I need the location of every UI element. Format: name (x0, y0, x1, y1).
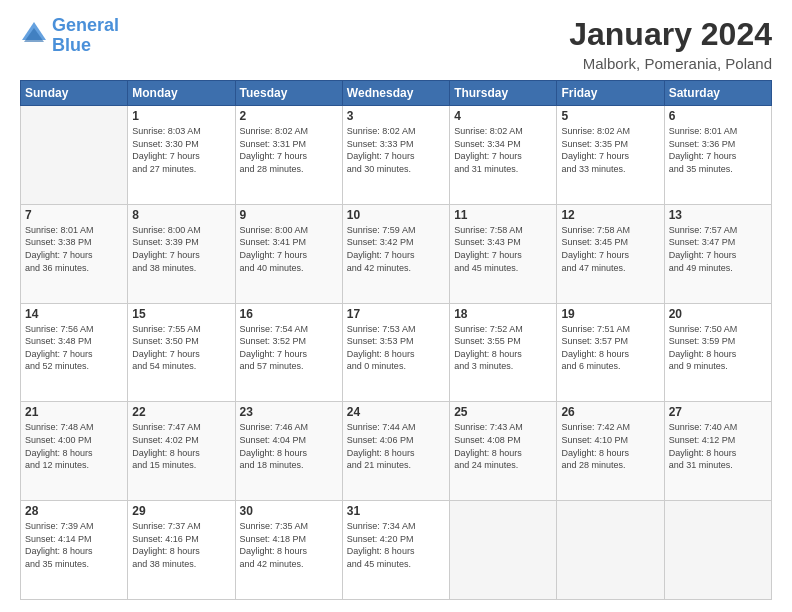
calendar-cell: 19Sunrise: 7:51 AMSunset: 3:57 PMDayligh… (557, 303, 664, 402)
weekday-header-monday: Monday (128, 81, 235, 106)
day-number: 23 (240, 405, 338, 419)
day-number: 5 (561, 109, 659, 123)
day-number: 22 (132, 405, 230, 419)
logo-icon (20, 20, 48, 48)
calendar-week-row: 14Sunrise: 7:56 AMSunset: 3:48 PMDayligh… (21, 303, 772, 402)
calendar-cell: 3Sunrise: 8:02 AMSunset: 3:33 PMDaylight… (342, 106, 449, 205)
day-info: Sunrise: 8:02 AMSunset: 3:34 PMDaylight:… (454, 125, 552, 175)
calendar-cell: 30Sunrise: 7:35 AMSunset: 4:18 PMDayligh… (235, 501, 342, 600)
calendar-cell: 29Sunrise: 7:37 AMSunset: 4:16 PMDayligh… (128, 501, 235, 600)
day-info: Sunrise: 7:58 AMSunset: 3:45 PMDaylight:… (561, 224, 659, 274)
calendar-cell: 16Sunrise: 7:54 AMSunset: 3:52 PMDayligh… (235, 303, 342, 402)
day-info: Sunrise: 8:02 AMSunset: 3:31 PMDaylight:… (240, 125, 338, 175)
day-number: 18 (454, 307, 552, 321)
day-number: 24 (347, 405, 445, 419)
day-number: 27 (669, 405, 767, 419)
subtitle: Malbork, Pomerania, Poland (569, 55, 772, 72)
day-number: 14 (25, 307, 123, 321)
page: General Blue January 2024 Malbork, Pomer… (0, 0, 792, 612)
day-info: Sunrise: 7:59 AMSunset: 3:42 PMDaylight:… (347, 224, 445, 274)
main-title: January 2024 (569, 16, 772, 53)
day-info: Sunrise: 7:57 AMSunset: 3:47 PMDaylight:… (669, 224, 767, 274)
weekday-header-wednesday: Wednesday (342, 81, 449, 106)
calendar-cell: 7Sunrise: 8:01 AMSunset: 3:38 PMDaylight… (21, 204, 128, 303)
calendar-cell: 11Sunrise: 7:58 AMSunset: 3:43 PMDayligh… (450, 204, 557, 303)
calendar-cell: 13Sunrise: 7:57 AMSunset: 3:47 PMDayligh… (664, 204, 771, 303)
weekday-header-tuesday: Tuesday (235, 81, 342, 106)
calendar-cell: 2Sunrise: 8:02 AMSunset: 3:31 PMDaylight… (235, 106, 342, 205)
day-info: Sunrise: 7:40 AMSunset: 4:12 PMDaylight:… (669, 421, 767, 471)
day-number: 17 (347, 307, 445, 321)
day-info: Sunrise: 7:37 AMSunset: 4:16 PMDaylight:… (132, 520, 230, 570)
calendar-header-row: SundayMondayTuesdayWednesdayThursdayFrid… (21, 81, 772, 106)
day-number: 7 (25, 208, 123, 222)
day-number: 25 (454, 405, 552, 419)
calendar-cell: 10Sunrise: 7:59 AMSunset: 3:42 PMDayligh… (342, 204, 449, 303)
day-info: Sunrise: 8:00 AMSunset: 3:39 PMDaylight:… (132, 224, 230, 274)
calendar-cell: 12Sunrise: 7:58 AMSunset: 3:45 PMDayligh… (557, 204, 664, 303)
calendar-week-row: 7Sunrise: 8:01 AMSunset: 3:38 PMDaylight… (21, 204, 772, 303)
calendar-cell: 28Sunrise: 7:39 AMSunset: 4:14 PMDayligh… (21, 501, 128, 600)
calendar-cell (664, 501, 771, 600)
day-info: Sunrise: 7:39 AMSunset: 4:14 PMDaylight:… (25, 520, 123, 570)
calendar-cell: 4Sunrise: 8:02 AMSunset: 3:34 PMDaylight… (450, 106, 557, 205)
day-number: 29 (132, 504, 230, 518)
calendar-cell (21, 106, 128, 205)
day-info: Sunrise: 7:52 AMSunset: 3:55 PMDaylight:… (454, 323, 552, 373)
day-info: Sunrise: 7:48 AMSunset: 4:00 PMDaylight:… (25, 421, 123, 471)
day-number: 30 (240, 504, 338, 518)
calendar-cell: 25Sunrise: 7:43 AMSunset: 4:08 PMDayligh… (450, 402, 557, 501)
day-info: Sunrise: 7:34 AMSunset: 4:20 PMDaylight:… (347, 520, 445, 570)
calendar-week-row: 21Sunrise: 7:48 AMSunset: 4:00 PMDayligh… (21, 402, 772, 501)
calendar-cell: 18Sunrise: 7:52 AMSunset: 3:55 PMDayligh… (450, 303, 557, 402)
calendar-cell: 6Sunrise: 8:01 AMSunset: 3:36 PMDaylight… (664, 106, 771, 205)
day-number: 13 (669, 208, 767, 222)
weekday-header-thursday: Thursday (450, 81, 557, 106)
calendar-cell: 5Sunrise: 8:02 AMSunset: 3:35 PMDaylight… (557, 106, 664, 205)
day-info: Sunrise: 7:56 AMSunset: 3:48 PMDaylight:… (25, 323, 123, 373)
calendar-week-row: 28Sunrise: 7:39 AMSunset: 4:14 PMDayligh… (21, 501, 772, 600)
day-number: 3 (347, 109, 445, 123)
day-info: Sunrise: 7:42 AMSunset: 4:10 PMDaylight:… (561, 421, 659, 471)
calendar-cell (450, 501, 557, 600)
day-number: 31 (347, 504, 445, 518)
calendar-cell: 24Sunrise: 7:44 AMSunset: 4:06 PMDayligh… (342, 402, 449, 501)
logo: General Blue (20, 16, 119, 56)
calendar-table: SundayMondayTuesdayWednesdayThursdayFrid… (20, 80, 772, 600)
header: General Blue January 2024 Malbork, Pomer… (20, 16, 772, 72)
day-number: 12 (561, 208, 659, 222)
weekday-header-saturday: Saturday (664, 81, 771, 106)
calendar-cell: 22Sunrise: 7:47 AMSunset: 4:02 PMDayligh… (128, 402, 235, 501)
day-info: Sunrise: 7:54 AMSunset: 3:52 PMDaylight:… (240, 323, 338, 373)
day-info: Sunrise: 7:43 AMSunset: 4:08 PMDaylight:… (454, 421, 552, 471)
title-block: January 2024 Malbork, Pomerania, Poland (569, 16, 772, 72)
day-number: 1 (132, 109, 230, 123)
calendar-cell: 31Sunrise: 7:34 AMSunset: 4:20 PMDayligh… (342, 501, 449, 600)
day-number: 20 (669, 307, 767, 321)
calendar-cell: 21Sunrise: 7:48 AMSunset: 4:00 PMDayligh… (21, 402, 128, 501)
day-number: 2 (240, 109, 338, 123)
logo-blue: Blue (52, 35, 91, 55)
day-info: Sunrise: 8:02 AMSunset: 3:33 PMDaylight:… (347, 125, 445, 175)
day-info: Sunrise: 7:44 AMSunset: 4:06 PMDaylight:… (347, 421, 445, 471)
weekday-header-friday: Friday (557, 81, 664, 106)
calendar-week-row: 1Sunrise: 8:03 AMSunset: 3:30 PMDaylight… (21, 106, 772, 205)
day-info: Sunrise: 7:55 AMSunset: 3:50 PMDaylight:… (132, 323, 230, 373)
day-info: Sunrise: 8:03 AMSunset: 3:30 PMDaylight:… (132, 125, 230, 175)
logo-text: General Blue (52, 16, 119, 56)
logo-general: General (52, 15, 119, 35)
day-info: Sunrise: 7:47 AMSunset: 4:02 PMDaylight:… (132, 421, 230, 471)
day-info: Sunrise: 7:53 AMSunset: 3:53 PMDaylight:… (347, 323, 445, 373)
day-number: 15 (132, 307, 230, 321)
day-number: 10 (347, 208, 445, 222)
calendar-cell: 20Sunrise: 7:50 AMSunset: 3:59 PMDayligh… (664, 303, 771, 402)
calendar-cell: 26Sunrise: 7:42 AMSunset: 4:10 PMDayligh… (557, 402, 664, 501)
day-number: 4 (454, 109, 552, 123)
calendar-cell: 17Sunrise: 7:53 AMSunset: 3:53 PMDayligh… (342, 303, 449, 402)
calendar-cell: 9Sunrise: 8:00 AMSunset: 3:41 PMDaylight… (235, 204, 342, 303)
day-number: 19 (561, 307, 659, 321)
weekday-header-sunday: Sunday (21, 81, 128, 106)
day-number: 21 (25, 405, 123, 419)
calendar-cell: 23Sunrise: 7:46 AMSunset: 4:04 PMDayligh… (235, 402, 342, 501)
day-info: Sunrise: 8:00 AMSunset: 3:41 PMDaylight:… (240, 224, 338, 274)
